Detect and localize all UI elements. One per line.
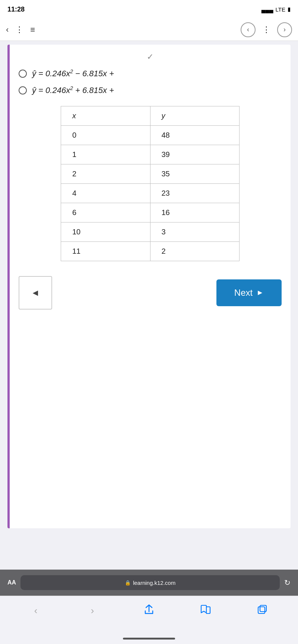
browser-bar: AA 🔒 learning.k12.com ↻	[0, 570, 298, 596]
table-row: 112	[61, 241, 240, 261]
tabs-icon	[257, 605, 267, 617]
lte-label: LTE	[276, 6, 285, 13]
svg-rect-0	[258, 607, 265, 613]
signal-bars-icon: ▄▄▄	[261, 6, 273, 13]
table-cell: 16	[150, 203, 240, 222]
table-cell: 6	[61, 203, 150, 222]
home-indicator	[0, 633, 298, 644]
hamburger-icon[interactable]: ≡	[30, 25, 35, 35]
lock-icon: 🔒	[125, 580, 131, 586]
url-bar[interactable]: 🔒 learning.k12.com	[20, 575, 280, 590]
table-cell: 1	[61, 145, 150, 164]
main-content: ✓ ŷ = 0.246x2 − 6.815x + ŷ = 0.246x2 + 6…	[0, 41, 298, 570]
browser-forward-button[interactable]: ›	[83, 605, 102, 616]
table-row: 139	[61, 145, 240, 164]
share-button[interactable]	[140, 604, 158, 617]
radio-option-1[interactable]: ŷ = 0.246x2 − 6.815x +	[19, 68, 282, 79]
next-button[interactable]: Next ►	[216, 279, 282, 306]
book-icon	[200, 605, 211, 617]
content-card: ✓ ŷ = 0.246x2 − 6.815x + ŷ = 0.246x2 + 6…	[7, 45, 291, 528]
back-icon[interactable]: ‹	[6, 25, 9, 35]
nav-bar: ‹ ⋮ ≡ ‹ ⋮ ›	[0, 19, 298, 41]
next-page-button[interactable]: ›	[277, 22, 292, 37]
nav-right: ‹ ⋮ ›	[241, 22, 292, 37]
table-cell: 2	[61, 164, 150, 183]
dots-menu-icon[interactable]: ⋮	[15, 25, 23, 35]
radio-option-2[interactable]: ŷ = 0.246x2 + 6.815x +	[19, 85, 282, 95]
aa-label[interactable]: AA	[7, 579, 16, 586]
table-row: 103	[61, 222, 240, 241]
battery-icon: ▮	[288, 6, 291, 13]
table-row: 616	[61, 203, 240, 222]
tabs-button[interactable]	[253, 605, 272, 617]
next-chevron-icon: ›	[283, 26, 286, 33]
svg-rect-1	[260, 605, 266, 612]
equation-option-1: ŷ = 0.246x2 − 6.815x +	[32, 68, 114, 79]
table-cell: 11	[61, 241, 150, 261]
prev-chevron-icon: ‹	[247, 26, 249, 33]
table-cell: 10	[61, 222, 150, 241]
refresh-icon[interactable]: ↻	[284, 578, 291, 587]
table-cell: 4	[61, 183, 150, 203]
home-bar	[123, 638, 175, 640]
browser-back-button[interactable]: ‹	[26, 605, 45, 616]
browser-back-icon: ‹	[34, 605, 38, 616]
table-cell: 0	[61, 125, 150, 145]
radio-button-1[interactable]	[19, 70, 27, 78]
table-cell: 2	[150, 241, 240, 261]
status-icons: ▄▄▄ LTE ▮	[261, 6, 291, 13]
url-text: learning.k12.com	[133, 580, 175, 586]
nav-left: ‹ ⋮ ≡	[6, 25, 35, 35]
table-row: 048	[61, 125, 240, 145]
status-bar: 11:28 ▄▄▄ LTE ▮	[0, 0, 298, 19]
next-label: Next	[234, 288, 253, 298]
table-cell: 48	[150, 125, 240, 145]
bottom-nav: ‹ ›	[0, 596, 298, 633]
table-row: 423	[61, 183, 240, 203]
check-icon: ✓	[147, 52, 153, 61]
table-row: 235	[61, 164, 240, 183]
table-header-x: x	[61, 106, 150, 125]
table-cell: 23	[150, 183, 240, 203]
table-cell: 39	[150, 145, 240, 164]
data-table: x y 048139235423616103112	[61, 106, 240, 261]
status-time: 11:28	[7, 6, 25, 13]
back-arrow-icon: ◄	[31, 288, 40, 298]
table-header-y: y	[150, 106, 240, 125]
radio-button-2[interactable]	[19, 86, 27, 94]
prev-page-button[interactable]: ‹	[241, 22, 256, 37]
table-cell: 3	[150, 222, 240, 241]
browser-forward-icon: ›	[91, 605, 94, 616]
share-icon	[144, 604, 154, 617]
table-cell: 35	[150, 164, 240, 183]
bookmark-button[interactable]	[196, 605, 215, 617]
back-button[interactable]: ◄	[19, 276, 52, 310]
nav-dots-icon[interactable]: ⋮	[262, 25, 270, 35]
check-indicator: ✓	[19, 52, 282, 62]
equation-option-2: ŷ = 0.246x2 + 6.815x +	[32, 85, 114, 95]
nav-buttons: ◄ Next ►	[19, 276, 282, 310]
next-arrow-icon: ►	[256, 288, 264, 297]
